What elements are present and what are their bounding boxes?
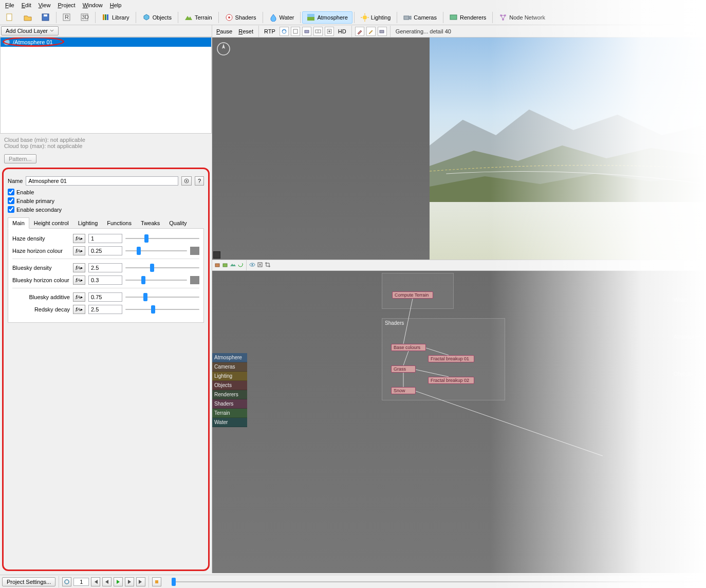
param-slider[interactable] xyxy=(125,292,199,302)
save-icon[interactable] xyxy=(37,11,54,24)
tab-quality[interactable]: Quality xyxy=(164,217,191,229)
stack-item[interactable]: Atmosphere xyxy=(212,353,247,362)
color-swatch[interactable] xyxy=(190,276,199,284)
rtp-opt4[interactable] xyxy=(313,27,323,36)
stack-item[interactable]: Objects xyxy=(212,381,247,390)
node-fractal-breakup-1[interactable]: Fractal breakup 01 xyxy=(428,355,474,362)
node-fractal-breakup-2[interactable]: Fractal breakup 02 xyxy=(428,377,474,384)
param-input[interactable] xyxy=(88,292,122,302)
node-base-colours[interactable]: Base colours xyxy=(391,344,426,351)
node-grass[interactable]: Grass xyxy=(391,365,416,373)
node-network-view[interactable]: AtmosphereCamerasLightingObjectsRenderer… xyxy=(212,271,706,573)
param-input[interactable] xyxy=(88,234,122,243)
menu-view[interactable]: View xyxy=(35,1,54,9)
tab-tweaks[interactable]: Tweaks xyxy=(136,217,164,229)
menu-window[interactable]: Window xyxy=(80,1,106,9)
frame-field[interactable] xyxy=(73,578,89,586)
rtp-opt5[interactable] xyxy=(325,27,334,36)
nt-expand[interactable] xyxy=(257,262,263,269)
timeline-key[interactable] xyxy=(152,577,161,586)
tab-height-control[interactable]: Height control xyxy=(29,217,73,229)
param-slider[interactable] xyxy=(125,246,187,255)
ramp-button[interactable]: fA▸ xyxy=(73,275,85,285)
param-input[interactable] xyxy=(88,263,122,272)
timeline-last[interactable] xyxy=(136,577,145,586)
pause-button[interactable]: Pause xyxy=(214,27,234,35)
param-slider[interactable] xyxy=(125,305,199,314)
stack-item[interactable]: Renderers xyxy=(212,390,247,399)
bucket-terrain[interactable]: Terrain xyxy=(180,11,217,24)
outline-item-atmosphere[interactable]: /Atmosphere 01 xyxy=(1,38,211,47)
tab-functions[interactable]: Functions xyxy=(102,217,136,229)
ramp-button[interactable]: fA▸ xyxy=(73,292,85,302)
pattern-button[interactable]: Pattern... xyxy=(4,154,36,163)
rtp-button[interactable]: RTP xyxy=(262,27,277,35)
timeline-first[interactable] xyxy=(91,577,100,586)
enable-primary-checkbox[interactable] xyxy=(8,197,14,204)
nt-eye[interactable] xyxy=(249,262,255,269)
menu-file[interactable]: File xyxy=(2,1,17,9)
node-snow[interactable]: Snow xyxy=(391,387,416,394)
stack-item[interactable]: Terrain xyxy=(212,409,247,418)
nt-2[interactable] xyxy=(222,262,228,269)
tool-camera[interactable] xyxy=(378,27,387,36)
bucket-water[interactable]: Water xyxy=(265,11,299,24)
help-button[interactable]: ? xyxy=(195,176,204,186)
bucket-renderers[interactable]: Renderers xyxy=(445,11,491,24)
r-icon[interactable]: R xyxy=(58,11,76,24)
ramp-button[interactable]: fA▸ xyxy=(73,305,85,314)
bucket-objects[interactable]: Objects xyxy=(138,11,176,24)
histogram-icon[interactable] xyxy=(213,251,220,259)
nt-3[interactable] xyxy=(230,262,236,269)
3d-icon[interactable]: 3D xyxy=(76,11,94,24)
menu-help[interactable]: Help xyxy=(107,1,125,9)
bucket-library[interactable]: Library xyxy=(97,11,134,24)
new-icon[interactable] xyxy=(1,11,18,24)
tab-lighting[interactable]: Lighting xyxy=(73,217,103,229)
ramp-button[interactable]: fA▸ xyxy=(73,246,85,255)
bucket-shaders[interactable]: Shaders xyxy=(220,11,261,24)
param-input[interactable] xyxy=(88,275,122,285)
gear-button[interactable] xyxy=(181,176,192,186)
nt-crop[interactable] xyxy=(265,262,271,269)
stack-item[interactable]: Water xyxy=(212,418,247,427)
param-input[interactable] xyxy=(88,305,122,314)
rtp-opt3[interactable] xyxy=(302,27,311,36)
reset-button[interactable]: Reset xyxy=(236,27,255,35)
name-field[interactable] xyxy=(26,176,178,186)
rtp-opt2[interactable] xyxy=(291,27,300,36)
stack-item[interactable]: Shaders xyxy=(212,399,247,409)
timeline-next[interactable] xyxy=(125,577,134,586)
stack-item[interactable]: Lighting xyxy=(212,372,247,381)
param-slider[interactable] xyxy=(125,234,199,243)
node-compute-terrain[interactable]: Compute Terrain xyxy=(392,291,433,299)
viewport-3d[interactable] xyxy=(212,38,706,260)
project-settings-button[interactable]: Project Settings... xyxy=(2,577,55,586)
param-slider[interactable] xyxy=(125,275,187,285)
timeline-play[interactable] xyxy=(114,577,123,586)
color-swatch[interactable] xyxy=(190,247,199,255)
menu-project[interactable]: Project xyxy=(54,1,78,9)
nt-4[interactable] xyxy=(237,262,244,269)
outline-list[interactable]: /Atmosphere 01 xyxy=(0,37,212,134)
stack-item[interactable]: Cameras xyxy=(212,362,247,372)
tool-pencil[interactable] xyxy=(366,27,376,36)
timeline-loop-icon[interactable] xyxy=(62,577,71,586)
open-icon[interactable] xyxy=(19,11,36,24)
bucket-atmosphere[interactable]: Atmosphere xyxy=(302,11,352,24)
timeline-prev[interactable] xyxy=(102,577,112,586)
rtp-opt1[interactable] xyxy=(280,27,289,36)
tool-brush[interactable] xyxy=(355,27,364,36)
tab-main[interactable]: Main xyxy=(8,217,29,229)
bucket-lighting[interactable]: Lighting xyxy=(356,11,396,24)
enable-secondary-checkbox[interactable] xyxy=(8,206,14,213)
hd-button[interactable]: HD xyxy=(336,27,348,35)
nt-1[interactable] xyxy=(214,262,220,269)
bucket-node-network[interactable]: Node Network xyxy=(494,11,550,24)
param-input[interactable] xyxy=(88,246,122,255)
ramp-button[interactable]: fA▸ xyxy=(73,263,85,272)
menu-edit[interactable]: Edit xyxy=(18,1,34,9)
param-slider[interactable] xyxy=(125,263,199,272)
bucket-cameras[interactable]: Cameras xyxy=(399,11,441,24)
ramp-button[interactable]: fA▸ xyxy=(73,234,85,243)
